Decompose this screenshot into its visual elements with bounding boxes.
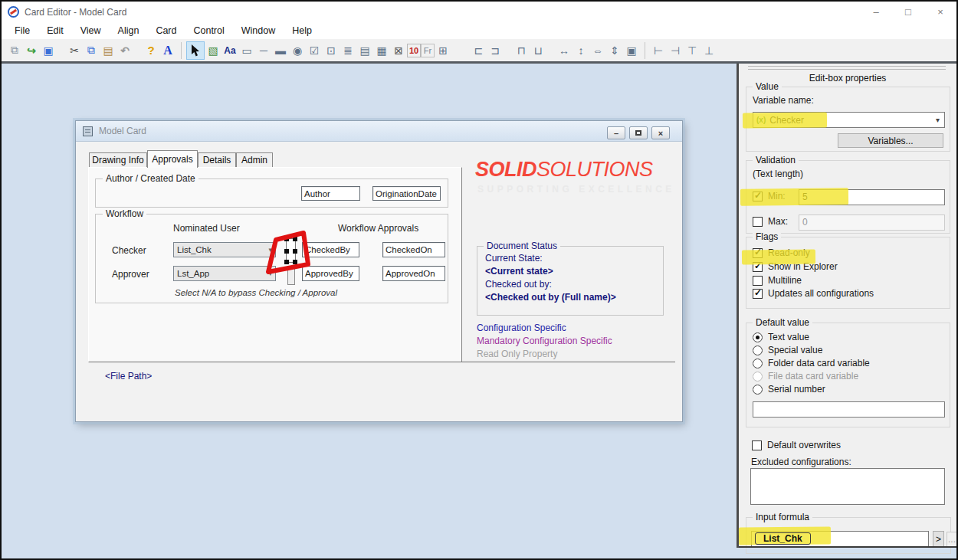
multiline-checkbox[interactable] [753, 276, 763, 286]
panel-grip[interactable] [748, 66, 946, 67]
paste-icon[interactable]: ▤ [100, 42, 116, 59]
tab-details[interactable]: Details [198, 152, 236, 167]
same-height-icon[interactable]: ⇕ [606, 42, 623, 59]
checkedby-editbox[interactable]: CheckedBy [302, 242, 359, 257]
menu-file[interactable]: File [6, 25, 38, 36]
align-top-icon[interactable]: ⊓ [513, 42, 530, 59]
copy-icon[interactable]: ⧉ [83, 42, 100, 59]
folder-data-card-variable-radio[interactable] [753, 359, 763, 368]
attach-top-icon[interactable]: ⊤ [684, 42, 700, 59]
list-control-icon[interactable]: ▤ [356, 42, 373, 59]
updates-all-configurations-checkbox[interactable] [753, 289, 763, 299]
variables-button[interactable]: Variables... [838, 133, 943, 148]
menu-window[interactable]: Window [233, 25, 284, 36]
selection-handle[interactable] [293, 249, 297, 254]
undo-icon[interactable]: ↶ [116, 42, 133, 59]
origination-date-editbox[interactable]: OriginationDate [372, 186, 441, 201]
menu-view[interactable]: View [72, 25, 110, 36]
cut-icon[interactable]: ✂ [66, 42, 83, 59]
open-card-icon[interactable]: ↪ [23, 42, 40, 59]
card-close-icon[interactable]: × [651, 126, 670, 139]
selection-handle[interactable] [284, 260, 289, 264]
close-icon[interactable]: × [924, 2, 956, 22]
delete-control-icon[interactable]: ⊠ [390, 42, 407, 59]
document-status-label: Document Status [484, 241, 560, 251]
card-list-icon[interactable]: ▦ [373, 42, 390, 59]
menu-help[interactable]: Help [284, 25, 320, 36]
minimize-icon[interactable]: – [860, 2, 892, 22]
variable-name-label: Variable name: [753, 95, 814, 106]
checker-combobox[interactable]: List_Chk ▾ [173, 242, 276, 257]
workflow-group-label: Workflow [103, 208, 146, 219]
same-size-icon[interactable]: ▣ [623, 42, 640, 59]
author-editbox[interactable]: Author [301, 186, 360, 201]
tree-control-icon[interactable]: ⊞ [435, 42, 451, 59]
author-group-label: Author / Created Date [103, 173, 198, 184]
formula-expand-button[interactable]: > [933, 531, 944, 548]
max-input[interactable]: 0 [799, 215, 945, 231]
model-card-titlebar[interactable]: Model Card [76, 121, 682, 142]
editbox-control-icon[interactable]: ▬ [272, 42, 289, 59]
formula-variable-chip[interactable]: List_Chk [755, 532, 811, 545]
default-value-input[interactable] [753, 401, 945, 418]
selection-handle[interactable] [293, 260, 297, 264]
approvedby-editbox[interactable]: ApprovedBy [302, 266, 359, 281]
maximize-icon[interactable]: □ [892, 2, 924, 22]
menu-control[interactable]: Control [185, 25, 232, 36]
excluded-configurations-textarea[interactable] [750, 468, 945, 505]
listbox-control-icon[interactable]: ≣ [340, 42, 356, 59]
align-bottom-icon[interactable]: ⊔ [530, 42, 546, 59]
radio-control-icon[interactable]: ◉ [289, 42, 306, 59]
font-icon[interactable]: A [159, 42, 176, 59]
tab-drawing-info[interactable]: Drawing Info [89, 152, 147, 167]
selection-handle[interactable] [284, 237, 289, 241]
card-minimize-icon[interactable]: – [607, 126, 625, 139]
frame-xy-icon[interactable]: ▭ [238, 42, 255, 59]
same-width-icon[interactable]: ⇔ [589, 42, 606, 59]
static-text-icon[interactable]: ─ [255, 42, 272, 59]
menu-edit[interactable]: Edit [38, 25, 72, 36]
menu-card[interactable]: Card [147, 25, 185, 36]
checker-combo-value: List_Chk [177, 245, 212, 254]
menu-align[interactable]: Align [110, 25, 148, 36]
image-control-icon[interactable]: ▧ [205, 42, 221, 59]
card-restore-icon[interactable] [629, 126, 648, 139]
approver-combobox[interactable]: Lst_App ▾ [173, 266, 276, 281]
default-overwrites-checkbox[interactable] [752, 440, 762, 450]
attach-bottom-icon[interactable]: ⊥ [700, 42, 717, 59]
panel-grip[interactable] [748, 69, 946, 70]
align-right-icon[interactable]: ⊐ [487, 42, 504, 59]
checkbox-control-icon[interactable]: ☑ [306, 42, 323, 59]
special-value-radio[interactable] [753, 345, 763, 355]
text-control-icon[interactable]: Aa [221, 42, 238, 59]
select-tool-icon[interactable] [186, 41, 205, 60]
save-card-icon[interactable]: ▣ [40, 42, 57, 59]
file-path-control[interactable]: <File Path> [105, 371, 152, 382]
serial-number-radio[interactable] [753, 385, 763, 395]
selection-handle[interactable] [284, 249, 289, 254]
text-length-label: (Text length) [753, 169, 803, 179]
updates-all-configurations-label: Updates all configurations [768, 288, 874, 299]
max-checkbox[interactable] [753, 217, 763, 227]
selected-editbox-control[interactable] [286, 238, 296, 263]
highlight-min [740, 188, 848, 205]
text-value-radio[interactable] [753, 332, 763, 342]
approver-editbox-control[interactable] [287, 266, 295, 285]
space-across-icon[interactable]: ↔ [556, 42, 573, 59]
input-formula-field[interactable]: List_Chk [751, 531, 929, 548]
date-control-icon[interactable]: 10 [407, 44, 421, 57]
frame-control-icon[interactable]: Fr [421, 44, 435, 57]
formula-browse-button[interactable]: ... [947, 532, 957, 547]
tab-approvals[interactable]: Approvals [147, 150, 198, 168]
checkedon-editbox[interactable]: CheckedOn [382, 242, 445, 257]
approvedon-editbox[interactable]: ApprovedOn [382, 266, 445, 281]
attach-left-icon[interactable]: ⊢ [650, 42, 667, 59]
combobox-control-icon[interactable]: ⊡ [323, 42, 340, 59]
tab-admin[interactable]: Admin [236, 152, 273, 167]
new-card-icon[interactable]: ⧉ [6, 42, 23, 59]
attach-right-icon[interactable]: ⊣ [667, 42, 684, 59]
space-down-icon[interactable]: ↕ [573, 42, 589, 59]
selection-handle[interactable] [293, 237, 297, 241]
align-left-icon[interactable]: ⊏ [470, 42, 487, 59]
help-icon[interactable]: ? [143, 42, 159, 59]
